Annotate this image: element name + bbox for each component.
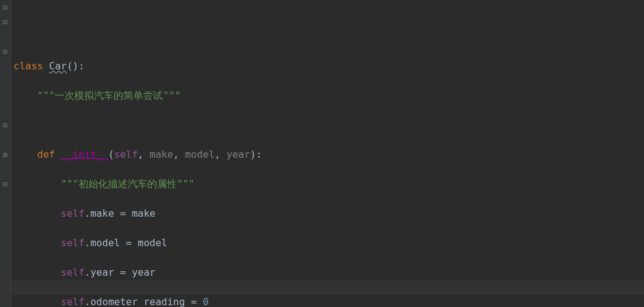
fold-gutter: ⊟ ⊟ ⊟ ⊟ ⊞ ⊟: [0, 0, 11, 307]
code-line[interactable]: self.odometer_reading = 0: [14, 295, 644, 307]
fold-marker[interactable]: ⊟: [0, 177, 10, 192]
code-line[interactable]: def __init__(self, make, model, year):: [14, 147, 644, 162]
fold-marker[interactable]: ⊟: [0, 15, 10, 29]
fold-marker[interactable]: ⊟: [0, 118, 10, 133]
code-line[interactable]: """一次模拟汽车的简单尝试""": [14, 88, 644, 103]
fold-marker[interactable]: ⊟: [0, 0, 10, 15]
fold-marker[interactable]: ⊟: [0, 44, 10, 59]
code-line[interactable]: [14, 118, 644, 133]
code-line[interactable]: self.model = model: [14, 236, 644, 251]
code-area[interactable]: class Car(): """一次模拟汽车的简单尝试""" def __ini…: [11, 0, 644, 307]
code-line[interactable]: self.make = make: [14, 206, 644, 221]
code-line[interactable]: """初始化描述汽车的属性""": [14, 177, 644, 192]
code-line[interactable]: self.year = year: [14, 265, 644, 280]
code-line[interactable]: class Car():: [14, 59, 644, 74]
fold-marker[interactable]: ⊞: [0, 147, 10, 162]
code-editor[interactable]: ⊟ ⊟ ⊟ ⊟ ⊞ ⊟ class Car(): """一次模拟汽车的简单尝试"…: [0, 0, 644, 307]
